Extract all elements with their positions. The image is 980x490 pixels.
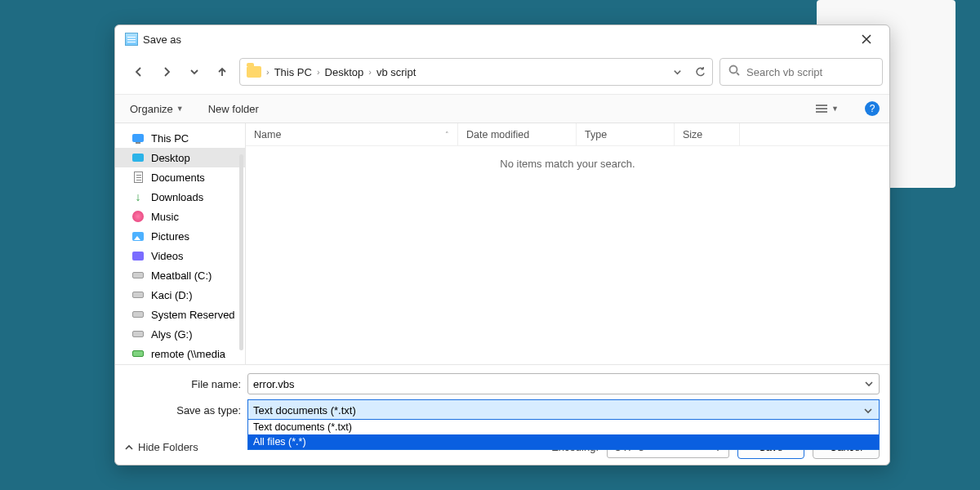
sidebar-item-label: Videos — [151, 250, 184, 262]
sidebar-item-network[interactable]: remote (\\media — [115, 344, 245, 363]
save-type-dropdown-list: Text documents (*.txt) All files (*.*) — [247, 419, 880, 450]
chevron-down-icon — [672, 67, 683, 78]
chevron-down-icon: ▼ — [831, 105, 839, 113]
help-button[interactable]: ? — [865, 101, 880, 116]
back-button[interactable] — [128, 61, 149, 82]
recent-dropdown[interactable] — [184, 61, 205, 82]
toolbar: Organize ▼ New folder ▼ ? — [115, 94, 889, 123]
chevron-down-icon — [864, 407, 872, 415]
drive-icon — [131, 327, 145, 341]
option-label: Text documents (*.txt) — [253, 421, 352, 433]
crumb-sep-icon: › — [266, 67, 270, 77]
sidebar-item-label: Kaci (D:) — [151, 289, 193, 301]
drive-icon — [131, 269, 145, 282]
address-bar[interactable]: › This PC › Desktop › vb script — [239, 58, 713, 86]
new-folder-label: New folder — [208, 103, 259, 115]
breadcrumb[interactable]: Desktop — [325, 66, 364, 78]
window-title: Save as — [143, 33, 181, 46]
empty-state-text: No items match your search. — [246, 146, 889, 181]
drive-icon — [131, 308, 145, 321]
monitor-icon — [131, 131, 145, 145]
column-size[interactable]: Size — [675, 123, 740, 145]
view-options-button[interactable]: ▼ — [815, 104, 839, 114]
refresh-icon — [695, 67, 706, 78]
new-folder-button[interactable]: New folder — [203, 100, 264, 118]
videos-icon — [131, 249, 145, 262]
sidebar-item-pictures[interactable]: Pictures — [115, 226, 245, 246]
sidebar-item-drive-g[interactable]: Alys (G:) — [115, 324, 245, 344]
desktop-icon — [131, 151, 145, 164]
sidebar-item-drive-c[interactable]: Meatball (C:) — [115, 265, 245, 285]
sidebar-item-drive-d[interactable]: Kaci (D:) — [115, 285, 245, 305]
crumb-sep-icon: › — [368, 67, 372, 77]
sidebar-item-downloads[interactable]: ↓ Downloads — [115, 187, 245, 207]
chevron-up-icon — [125, 443, 133, 452]
history-dropdown[interactable] — [668, 67, 686, 78]
sidebar-item-label: Music — [151, 211, 179, 223]
chevron-down-icon: ▼ — [176, 105, 184, 113]
sidebar-scrollbar[interactable] — [239, 154, 243, 350]
save-type-option[interactable]: All files (*.*) — [248, 434, 879, 449]
organize-menu[interactable]: Organize ▼ — [125, 100, 189, 118]
search-box[interactable] — [719, 58, 883, 86]
column-label: Name — [254, 129, 281, 140]
column-label: Type — [585, 129, 607, 140]
up-button[interactable] — [212, 61, 233, 82]
sidebar-item-desktop[interactable]: Desktop — [115, 148, 245, 167]
save-type-chevron — [860, 403, 876, 419]
sidebar-item-drive-sys[interactable]: System Reserved — [115, 305, 245, 324]
forward-button[interactable] — [156, 61, 177, 82]
column-date[interactable]: Date modified — [458, 123, 577, 145]
save-type-option[interactable]: Text documents (*.txt) — [248, 420, 879, 434]
svg-point-0 — [730, 66, 737, 74]
sidebar-item-documents[interactable]: Documents — [115, 167, 245, 187]
sidebar-item-this-pc[interactable]: This PC — [115, 128, 245, 148]
save-type-select[interactable]: Text documents (*.txt) — [247, 399, 880, 421]
column-label: Size — [683, 129, 702, 140]
organize-label: Organize — [130, 103, 173, 115]
save-type-label: Save as type: — [125, 404, 247, 416]
refresh-button[interactable] — [691, 67, 709, 78]
sidebar-item-label: System Reserved — [151, 309, 235, 321]
chevron-down-icon — [865, 380, 873, 388]
list-view-icon — [815, 104, 828, 114]
sidebar: This PC Desktop Documents ↓ Downloads Mu… — [115, 123, 246, 364]
help-icon: ? — [870, 103, 875, 114]
hide-folders-toggle[interactable]: Hide Folders — [125, 441, 198, 453]
breadcrumb[interactable]: This PC — [274, 66, 312, 78]
sidebar-item-label: Desktop — [151, 152, 190, 164]
hide-folders-label: Hide Folders — [138, 441, 198, 453]
chevron-down-icon — [189, 66, 200, 78]
sidebar-item-videos[interactable]: Videos — [115, 246, 245, 265]
arrow-left-icon — [133, 66, 145, 78]
sidebar-item-label: Alys (G:) — [151, 328, 193, 341]
download-icon: ↓ — [131, 190, 145, 203]
crumb-sep-icon: › — [317, 67, 320, 77]
column-label: Date modified — [466, 129, 529, 140]
file-name-input[interactable] — [247, 373, 880, 394]
save-type-value: Text documents (*.txt) — [253, 404, 356, 416]
save-as-dialog: Save as › This PC › Desktop › vb script — [114, 24, 890, 466]
arrow-right-icon — [161, 66, 172, 78]
option-label: All files (*.*) — [253, 436, 306, 448]
dialog-body: This PC Desktop Documents ↓ Downloads Mu… — [115, 123, 889, 364]
file-name-history-dropdown[interactable] — [861, 376, 877, 392]
document-icon — [131, 171, 145, 184]
sidebar-item-label: Downloads — [151, 191, 203, 203]
drive-icon — [131, 288, 145, 301]
close-button[interactable] — [849, 27, 884, 51]
column-type[interactable]: Type — [577, 123, 675, 145]
sidebar-item-label: Pictures — [151, 230, 189, 243]
column-name[interactable]: Name ˄ — [246, 123, 458, 145]
breadcrumb[interactable]: vb script — [376, 66, 416, 78]
pictures-icon — [131, 229, 145, 243]
sidebar-item-label: This PC — [151, 132, 189, 145]
sidebar-item-music[interactable]: Music — [115, 207, 245, 226]
music-icon — [131, 210, 145, 223]
column-headers: Name ˄ Date modified Type Size — [246, 123, 889, 146]
sidebar-item-label: Meatball (C:) — [151, 270, 212, 282]
arrow-up-icon — [216, 66, 228, 78]
search-input[interactable] — [746, 66, 874, 78]
notepad-icon — [125, 33, 138, 46]
file-name-label: File name: — [125, 378, 247, 390]
